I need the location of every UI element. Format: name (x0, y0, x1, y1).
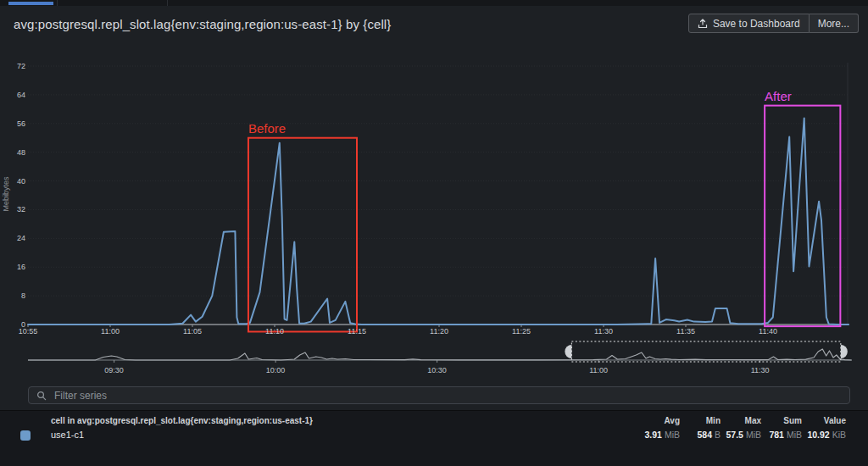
stat-min: 584B (680, 430, 721, 440)
x-tick-label: 11:15 (348, 327, 366, 336)
selection-handle-right[interactable] (841, 345, 848, 358)
series-line-use1-c1[interactable] (28, 118, 849, 325)
legend-column-avg: Avg (639, 416, 680, 425)
minimap-tick-label: 10:30 (427, 366, 447, 374)
filter-series-input[interactable] (53, 389, 849, 402)
search-icon (36, 391, 47, 401)
x-tick-label: 11:10 (265, 327, 284, 336)
y-tick-label: 72 (0, 62, 25, 70)
series-swatch-use1-c1[interactable] (20, 430, 31, 441)
annotation-box-before (248, 138, 357, 332)
legend-column-max: Max (721, 416, 761, 425)
y-tick-label: 56 (0, 119, 25, 128)
legend-column-value: Value (802, 416, 846, 425)
y-tick-label: 64 (0, 91, 25, 99)
series-stat-values: 3.91MiB584B57.5MiB781MiB10.92KiB (639, 430, 846, 440)
annotation-label-before: Before (248, 121, 286, 136)
annotation-label-after: After (765, 89, 792, 103)
y-tick-label: 24 (0, 234, 25, 242)
minimap-tick-label: 09:30 (104, 366, 124, 374)
legend-column-sum: Sum (761, 416, 802, 425)
minimap-tick-label: 11:30 (751, 366, 770, 374)
x-tick-label: 11:25 (512, 327, 531, 336)
y-tick-label: 16 (0, 263, 25, 271)
x-tick-label: 11:30 (594, 327, 613, 336)
stat-avg: 3.91MiB (639, 430, 680, 440)
minimap-tick-label: 11:00 (589, 366, 608, 374)
x-tick-label: 10:55 (19, 327, 38, 336)
graph-view: avg:postgresql.repl_slot.lag{env:staging… (0, 0, 868, 466)
y-tick-label: 32 (0, 205, 25, 214)
selection-handle-left[interactable] (565, 345, 571, 358)
minimap-selection[interactable] (571, 341, 841, 362)
legend-group-header: cell in avg:postgresql.repl_slot.lag{env… (51, 416, 313, 425)
y-tick-label: 48 (0, 148, 25, 157)
x-tick-label: 11:00 (101, 327, 120, 336)
legend-column-headers: AvgMinMaxSumValue (639, 416, 846, 425)
y-axis-title: Mebibytes (2, 164, 10, 224)
x-tick-label: 11:05 (183, 327, 202, 336)
filter-series-box[interactable] (28, 386, 850, 404)
minimap-tick-label: 10:00 (266, 366, 286, 374)
x-tick-label: 11:20 (430, 327, 448, 336)
y-tick-label: 8 (0, 291, 25, 300)
stat-sum: 781MiB (761, 430, 802, 440)
y-tick-label: 40 (0, 177, 25, 186)
stat-max: 57.5MiB (721, 430, 761, 440)
series-name[interactable]: use1-c1 (51, 430, 84, 440)
minimap-series-line (28, 349, 852, 360)
stat-value: 10.92KiB (802, 430, 846, 440)
x-tick-label: 11:35 (676, 327, 695, 336)
legend: cell in avg:postgresql.repl_slot.lag{env… (0, 410, 868, 466)
legend-column-min: Min (680, 416, 721, 425)
x-tick-label: 11:40 (759, 327, 777, 336)
